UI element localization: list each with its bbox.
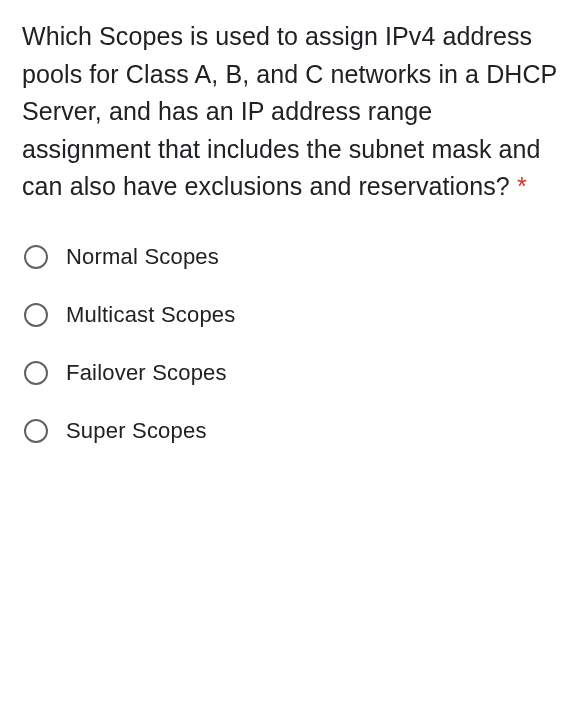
- question-body: Which Scopes is used to assign IPv4 addr…: [22, 22, 557, 200]
- option-label: Super Scopes: [66, 418, 207, 444]
- radio-icon: [24, 245, 48, 269]
- options-group: Normal Scopes Multicast Scopes Failover …: [22, 244, 558, 444]
- option-normal-scopes[interactable]: Normal Scopes: [24, 244, 558, 270]
- question-text: Which Scopes is used to assign IPv4 addr…: [22, 18, 558, 206]
- option-failover-scopes[interactable]: Failover Scopes: [24, 360, 558, 386]
- radio-icon: [24, 303, 48, 327]
- radio-icon: [24, 419, 48, 443]
- option-label: Normal Scopes: [66, 244, 219, 270]
- option-label: Multicast Scopes: [66, 302, 236, 328]
- radio-icon: [24, 361, 48, 385]
- option-super-scopes[interactable]: Super Scopes: [24, 418, 558, 444]
- required-marker: *: [517, 172, 527, 200]
- option-multicast-scopes[interactable]: Multicast Scopes: [24, 302, 558, 328]
- option-label: Failover Scopes: [66, 360, 227, 386]
